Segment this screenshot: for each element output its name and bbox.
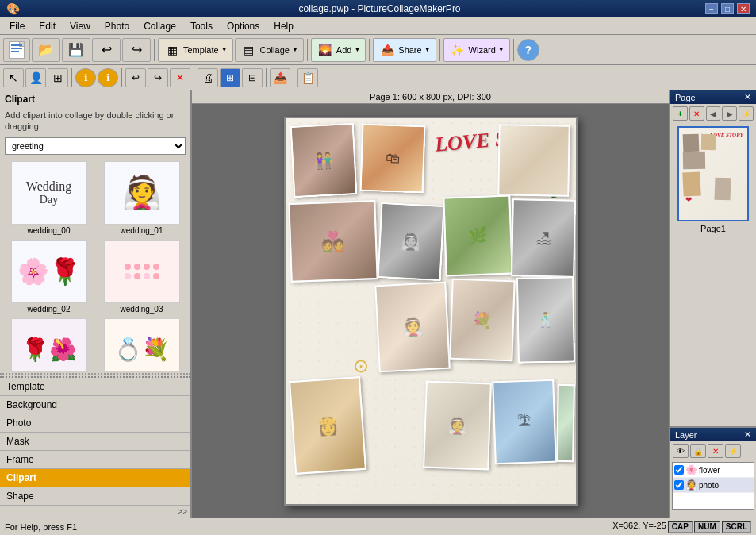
photo-slot-6[interactable]: 🌿 [443, 194, 512, 276]
tb2-print-button[interactable]: 🖨 [198, 68, 218, 87]
template-arrow: ▼ [221, 46, 228, 53]
photo-slot-11[interactable]: 👸 [288, 376, 366, 475]
separator-2 [307, 39, 308, 61]
clipart-hint: Add clipart into collage by double click… [0, 108, 190, 136]
photo-slot-1[interactable]: 👫 [290, 122, 357, 197]
tb2-sep4 [266, 68, 267, 87]
maximize-button[interactable]: □ [721, 3, 734, 14]
tb2-export-button[interactable]: 📤 [270, 68, 290, 87]
tb2-select-button[interactable]: 👤 [25, 68, 46, 87]
layer-del-button[interactable]: ✕ [708, 444, 723, 458]
tab-shape[interactable]: Shape [0, 487, 190, 506]
tb2-zoom-button[interactable]: ⊟ [242, 68, 263, 87]
page-panel-close[interactable]: ✕ [744, 92, 751, 102]
save-button[interactable]: 💾 [62, 38, 90, 62]
wizard-label: Wizard [469, 45, 496, 55]
status-num: NUM [694, 521, 720, 533]
clipart-item-3[interactable]: wedding_03 [96, 238, 187, 315]
photo-slot-4[interactable]: 💑 [288, 200, 378, 283]
layer-1-checkbox[interactable] [674, 465, 684, 475]
help-button[interactable]: ? [517, 39, 539, 61]
menu-help[interactable]: Help [267, 19, 300, 33]
redo-button[interactable]: ↪ [122, 38, 151, 62]
template-button[interactable]: ▦ Template ▼ [158, 38, 233, 62]
open-button[interactable]: 📂 [32, 38, 60, 62]
wizard-button[interactable]: ✨ Wizard ▼ [443, 38, 510, 62]
page-lightning-button[interactable]: ⚡ [739, 106, 754, 121]
collage-button[interactable]: ▤ Collage ▼ [235, 38, 304, 62]
menu-file[interactable]: File [3, 19, 31, 33]
window-controls[interactable]: − □ ✕ [705, 3, 750, 14]
clipart-label-1: wedding_01 [121, 226, 163, 235]
tab-template[interactable]: Template [0, 378, 190, 396]
tb2-undo-button[interactable]: ↩ [125, 68, 146, 87]
tb2-info2-button[interactable]: ℹ [98, 68, 118, 87]
collage-icon: ▤ [240, 41, 258, 59]
new-button[interactable] [3, 38, 30, 62]
layer-item-1[interactable]: 🌸 flower [673, 463, 754, 478]
tb2-move-button[interactable]: ↖ [3, 68, 24, 87]
tb2-info1-button[interactable]: ℹ [75, 68, 96, 87]
photo-slot-5[interactable]: 👰 [377, 202, 444, 280]
tab-background[interactable]: Background [0, 396, 190, 414]
collage-canvas[interactable]: LOVE STORY 🌸 🌺 ❤ ⊙ 👫 🛍 [284, 117, 578, 506]
layer-lock-button[interactable]: 🔒 [690, 444, 706, 458]
layer-1-thumb: 🌸 [685, 464, 697, 475]
add-button[interactable]: 🌄 Add ▼ [311, 38, 366, 62]
photo-slot-2[interactable]: 🛍 [359, 123, 425, 193]
collage-arrow: ▼ [292, 46, 298, 53]
page-add-button[interactable]: + [673, 106, 688, 121]
clipart-item-5[interactable]: 💍💐 wedding_05 [96, 317, 187, 371]
menu-tools[interactable]: Tools [184, 19, 219, 33]
page-delete-button[interactable]: ✕ [689, 106, 704, 121]
photo-slot-14[interactable] [556, 383, 575, 461]
tb2-info3-button[interactable]: 📋 [297, 68, 318, 87]
photo-slot-3[interactable] [497, 124, 570, 197]
clipart-category-dropdown[interactable]: greeting nature wedding [5, 137, 186, 155]
clipart-item-4[interactable]: 🌹🌺 wedding_04 [3, 317, 94, 371]
layer-item-2[interactable]: 👰 photo [673, 478, 754, 493]
page-thumb-1[interactable]: LOVE STORY ❤ [677, 126, 749, 221]
share-arrow: ▼ [424, 46, 431, 53]
photo-slot-9[interactable]: 💐 [449, 278, 516, 361]
page-right-button[interactable]: ▶ [722, 106, 737, 121]
photo-slot-7[interactable]: 🏖 [511, 198, 576, 277]
photo-slot-13[interactable]: 🏝 [492, 379, 557, 464]
tab-clipart[interactable]: Clipart [0, 469, 190, 487]
photo-slot-8[interactable]: 👰 [374, 281, 451, 372]
clipart-item-0[interactable]: Wedding Day wedding_00 [3, 160, 94, 237]
layer-panel-close[interactable]: ✕ [744, 429, 751, 440]
tab-photo[interactable]: Photo [0, 414, 190, 433]
wizard-icon: ✨ [449, 41, 466, 59]
tb2-sep5 [294, 68, 294, 87]
clipart-label-2: wedding_02 [28, 305, 71, 314]
clipart-item-2[interactable]: 🌸🌹 wedding_02 [3, 238, 94, 315]
page-left-button[interactable]: ◀ [706, 106, 721, 121]
close-button[interactable]: ✕ [737, 3, 750, 14]
menu-edit[interactable]: Edit [33, 19, 62, 33]
menu-options[interactable]: Options [221, 19, 266, 33]
photo-slot-12[interactable]: 👰 [423, 380, 492, 470]
photo-slot-10[interactable]: 🕺 [516, 276, 575, 363]
undo-button[interactable]: ↩ [92, 38, 121, 62]
minimize-button[interactable]: − [705, 3, 718, 14]
tab-mask[interactable]: Mask [0, 433, 190, 451]
layer-eye-button[interactable]: 👁 [673, 444, 689, 458]
share-button[interactable]: 📤 Share ▼ [373, 38, 436, 62]
tb2-crop-button[interactable]: ⊞ [48, 68, 68, 87]
menu-view[interactable]: View [63, 19, 97, 33]
tb2-redo-button[interactable]: ↪ [148, 68, 168, 87]
menu-collage[interactable]: Collage [137, 19, 182, 33]
clipart-item-1[interactable]: 👰 wedding_01 [96, 160, 187, 237]
tb2-delete-button[interactable]: ✕ [170, 68, 190, 87]
layer-new-button[interactable]: ⚡ [725, 444, 741, 458]
save-icon: 💾 [67, 41, 85, 59]
expand-button[interactable]: >> [0, 506, 190, 518]
layer-2-checkbox[interactable] [674, 480, 684, 490]
tab-frame[interactable]: Frame [0, 451, 190, 469]
canvas-area[interactable]: LOVE STORY 🌸 🌺 ❤ ⊙ 👫 🛍 [192, 104, 669, 518]
tb2-fit-button[interactable]: ⊞ [220, 68, 240, 87]
clipart-label-3: wedding_03 [121, 305, 163, 314]
menu-photo[interactable]: Photo [98, 19, 136, 33]
clipart-header: Clipart [0, 90, 190, 108]
